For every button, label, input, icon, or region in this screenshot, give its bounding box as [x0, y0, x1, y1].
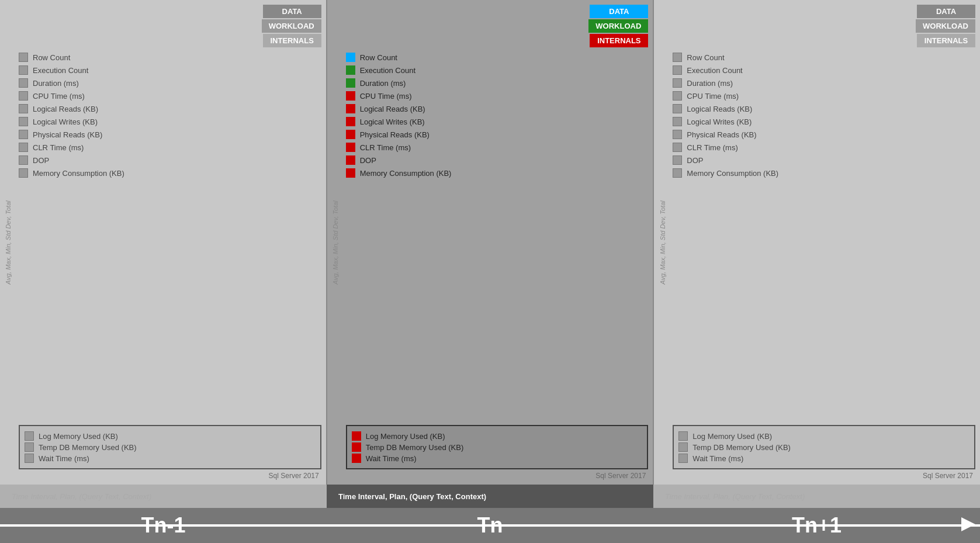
internals-label-1-tn-plus-1: Temp DB Memory Used (KB) — [692, 443, 791, 452]
metric-row-1-tn-plus-1: Execution Count — [673, 65, 975, 75]
metric-checkbox-5-tn-minus-1[interactable] — [19, 117, 28, 126]
metric-row-3-tn-minus-1: CPU Time (ms) — [19, 91, 321, 101]
metric-checkbox-8-tn-minus-1[interactable] — [19, 155, 28, 165]
metric-checkbox-8-tn-plus-1[interactable] — [673, 155, 682, 165]
internals-row-0-tn: Log Memory Used (KB) — [352, 431, 643, 441]
metric-checkbox-4-tn-plus-1[interactable] — [673, 104, 682, 113]
time-interval-bars: Time Interval, Plan, (Query Text, Contex… — [0, 485, 980, 508]
time-interval-label-tn: Time Interval, Plan, (Query Text, Contex… — [338, 492, 486, 501]
metric-label-0-tn-plus-1: Row Count — [687, 53, 724, 62]
metric-row-5-tn-plus-1: Logical Writes (KB) — [673, 117, 975, 126]
metric-row-9-tn: Memory Consumption (KB) — [346, 168, 649, 178]
metric-label-2-tn-plus-1: Duration (ms) — [687, 79, 733, 88]
btn-internals-tn[interactable]: INTERNALS — [590, 34, 648, 47]
metric-checkbox-7-tn[interactable] — [346, 143, 355, 152]
metric-checkbox-9-tn[interactable] — [346, 168, 355, 178]
rotated-label-text-tn-plus-1: Avg, Max, Min, Std Dev, Total — [659, 200, 666, 284]
metric-checkbox-1-tn-plus-1[interactable] — [673, 65, 682, 75]
rotated-label-tn-plus-1: Avg, Max, Min, Std Dev, Total — [654, 0, 670, 485]
btn-data-tn[interactable]: DATA — [590, 5, 648, 18]
metric-checkbox-3-tn-plus-1[interactable] — [673, 91, 682, 101]
metric-label-9-tn: Memory Consumption (KB) — [360, 169, 452, 178]
rotated-label-text-tn: Avg, Max, Min, Std Dev, Total — [332, 200, 339, 284]
metric-checkbox-6-tn[interactable] — [346, 130, 355, 139]
btn-data-tn-minus-1[interactable]: DATA — [263, 5, 321, 18]
panel-tn-plus-1: Avg, Max, Min, Std Dev, Total DATA WORKL… — [654, 0, 980, 485]
internals-label-2-tn-minus-1: Wait Time (ms) — [39, 454, 89, 463]
metric-checkbox-2-tn-minus-1[interactable] — [19, 78, 28, 88]
metric-label-1-tn: Execution Count — [360, 66, 415, 75]
metric-checkbox-4-tn-minus-1[interactable] — [19, 104, 28, 113]
bottom-labels-bar: Tn-1 Tn Tn+1 — [0, 508, 980, 543]
metric-label-8-tn-plus-1: DOP — [687, 156, 703, 165]
metric-label-6-tn: Physical Reads (KB) — [360, 130, 430, 139]
metric-checkbox-9-tn-plus-1[interactable] — [673, 168, 682, 178]
panel-body-tn-minus-1: DATA WORKLOAD INTERNALS Row Count Execut… — [16, 0, 326, 485]
metric-checkbox-8-tn[interactable] — [346, 155, 355, 165]
metric-checkbox-3-tn-minus-1[interactable] — [19, 91, 28, 101]
internals-row-2-tn-plus-1: Wait Time (ms) — [678, 454, 969, 463]
internals-row-1-tn-minus-1: Temp DB Memory Used (KB) — [25, 442, 316, 452]
btn-data-tn-plus-1[interactable]: DATA — [917, 5, 975, 18]
metric-label-4-tn-minus-1: Logical Reads (KB) — [33, 105, 98, 113]
metric-checkbox-5-tn[interactable] — [346, 117, 355, 126]
metric-row-8-tn-plus-1: DOP — [673, 155, 975, 165]
metric-checkbox-6-tn-minus-1[interactable] — [19, 130, 28, 139]
metric-row-0-tn: Row Count — [346, 53, 649, 62]
metric-checkbox-0-tn-minus-1[interactable] — [19, 53, 28, 62]
metric-checkbox-7-tn-plus-1[interactable] — [673, 143, 682, 152]
arrow-head — [961, 517, 975, 531]
metric-label-5-tn-plus-1: Logical Writes (KB) — [687, 117, 752, 126]
internals-checkbox-1-tn-plus-1[interactable] — [678, 442, 688, 452]
internals-row-1-tn-plus-1: Temp DB Memory Used (KB) — [678, 442, 969, 452]
internals-checkbox-0-tn[interactable] — [352, 431, 361, 441]
rotated-label-tn-minus-1: Avg, Max, Min, Std Dev, Total — [0, 0, 16, 485]
metric-checkbox-3-tn[interactable] — [346, 91, 355, 101]
metric-row-1-tn: Execution Count — [346, 65, 649, 75]
buttons-area-tn-plus-1: DATA WORKLOAD INTERNALS — [916, 5, 975, 47]
metric-checkbox-1-tn[interactable] — [346, 65, 355, 75]
internals-checkbox-0-tn-minus-1[interactable] — [25, 431, 34, 441]
internals-checkbox-2-tn[interactable] — [352, 454, 361, 463]
btn-workload-tn-plus-1[interactable]: WORKLOAD — [916, 19, 975, 33]
metric-checkbox-1-tn-minus-1[interactable] — [19, 65, 28, 75]
internals-checkbox-2-tn-minus-1[interactable] — [25, 454, 34, 463]
main-content: Avg, Max, Min, Std Dev, Total DATA WORKL… — [0, 0, 980, 485]
metric-row-3-tn-plus-1: CPU Time (ms) — [673, 91, 975, 101]
metric-row-2-tn-minus-1: Duration (ms) — [19, 78, 321, 88]
metric-checkbox-0-tn[interactable] — [346, 53, 355, 62]
metric-checkbox-0-tn-plus-1[interactable] — [673, 53, 682, 62]
panel-header-tn: DATA WORKLOAD INTERNALS — [346, 5, 649, 50]
sql-label-tn: Sql Server 2017 — [346, 472, 649, 480]
time-interval-tn-plus-1: Time Interval, Plan, (Query Text, Contex… — [653, 485, 980, 508]
panel-header-tn-minus-1: DATA WORKLOAD INTERNALS — [19, 5, 321, 50]
metric-label-0-tn: Row Count — [360, 53, 397, 62]
internals-row-2-tn-minus-1: Wait Time (ms) — [25, 454, 316, 463]
metric-row-4-tn-minus-1: Logical Reads (KB) — [19, 104, 321, 113]
internals-checkbox-2-tn-plus-1[interactable] — [678, 454, 688, 463]
metric-checkbox-4-tn[interactable] — [346, 104, 355, 113]
metric-row-5-tn: Logical Writes (KB) — [346, 117, 649, 126]
metric-row-2-tn-plus-1: Duration (ms) — [673, 78, 975, 88]
internals-label-1-tn: Temp DB Memory Used (KB) — [366, 443, 464, 452]
btn-workload-tn-minus-1[interactable]: WORKLOAD — [262, 19, 321, 33]
internals-checkbox-1-tn[interactable] — [352, 442, 361, 452]
metric-checkbox-7-tn-minus-1[interactable] — [19, 143, 28, 152]
metric-label-7-tn: CLR Time (ms) — [360, 143, 411, 152]
btn-workload-tn[interactable]: WORKLOAD — [588, 19, 648, 33]
metrics-section-tn: Row Count Execution Count Duration (ms) … — [346, 51, 649, 423]
metric-label-1-tn-minus-1: Execution Count — [33, 66, 88, 75]
metric-checkbox-2-tn[interactable] — [346, 78, 355, 88]
metric-checkbox-6-tn-plus-1[interactable] — [673, 130, 682, 139]
internals-box-tn-plus-1: Log Memory Used (KB) Temp DB Memory Used… — [673, 425, 975, 469]
internals-row-1-tn: Temp DB Memory Used (KB) — [352, 442, 643, 452]
btn-internals-tn-minus-1[interactable]: INTERNALS — [263, 34, 321, 47]
metric-label-0-tn-minus-1: Row Count — [33, 53, 70, 62]
rotated-label-tn: Avg, Max, Min, Std Dev, Total — [327, 0, 344, 485]
btn-internals-tn-plus-1[interactable]: INTERNALS — [917, 34, 975, 47]
metric-checkbox-2-tn-plus-1[interactable] — [673, 78, 682, 88]
internals-checkbox-0-tn-plus-1[interactable] — [678, 431, 688, 441]
metric-checkbox-9-tn-minus-1[interactable] — [19, 168, 28, 178]
metric-checkbox-5-tn-plus-1[interactable] — [673, 117, 682, 126]
internals-checkbox-1-tn-minus-1[interactable] — [25, 442, 34, 452]
